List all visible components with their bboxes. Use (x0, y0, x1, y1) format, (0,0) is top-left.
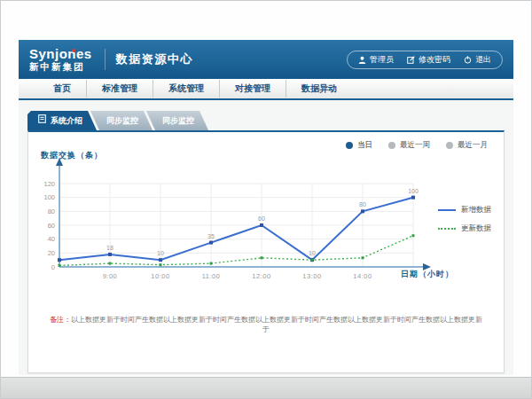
page-bottom-margin (1, 377, 531, 399)
footnote-text: 以上数据更新于时间产生数据以上数据更新于时间产生数据以上数据更新于时间产生数据以… (71, 316, 482, 333)
svg-text:60: 60 (258, 215, 265, 222)
svg-text:120: 120 (43, 180, 55, 188)
svg-text:60: 60 (48, 222, 55, 230)
filter-label: 最近一月 (458, 140, 488, 151)
app-header: Synjones 新中新集团 数据资源中心 管理员 修改密码 (19, 40, 513, 79)
tab-label: 系统介绍 (51, 111, 82, 130)
legend-label: 更新数据 (461, 223, 491, 234)
solid-line-swatch-icon (438, 209, 456, 211)
svg-text:13:00: 13:00 (302, 272, 321, 280)
exchange-line-chart: 0204060801001209:0010:0011:0012:0013:001… (37, 155, 436, 290)
tab-bar: 系统介绍 同步监控 同步监控 (27, 111, 208, 130)
power-icon (464, 56, 472, 64)
logo-accent-dot (72, 49, 75, 52)
user-toolbar: 管理员 修改密码 退出 (347, 51, 503, 69)
filter-option-today[interactable]: 当日 (346, 140, 372, 151)
dotted-line-swatch-icon (438, 228, 456, 230)
radio-icon (346, 142, 353, 149)
page-title: 数据资源中心 (116, 51, 193, 67)
nav-item-interface-mgmt[interactable]: 对接管理 (219, 80, 286, 98)
chart-legend: 新增数据 更新数据 (438, 205, 491, 242)
filter-label: 最近一周 (400, 140, 430, 151)
svg-text:80: 80 (359, 201, 366, 207)
time-range-filter: 当日 最近一周 最近一月 (346, 140, 488, 151)
content-area: 系统介绍 同步监控 同步监控 当日 最近一周 (19, 100, 513, 375)
svg-text:11:00: 11:00 (202, 272, 221, 280)
current-user-button[interactable]: 管理员 (358, 54, 394, 66)
filter-option-last-month[interactable]: 最近一月 (446, 140, 488, 151)
legend-item-updated-data: 更新数据 (438, 223, 491, 234)
chart-x-axis-title: 日期（小时） (401, 269, 454, 280)
legend-label: 新增数据 (461, 205, 491, 215)
filter-option-last-week[interactable]: 最近一周 (388, 140, 430, 151)
svg-text:35: 35 (207, 233, 215, 239)
tab-sync-monitor-1[interactable]: 同步监控 (90, 111, 153, 130)
svg-text:14:00: 14:00 (353, 272, 372, 280)
tab-sync-monitor-2[interactable]: 同步监控 (146, 111, 208, 130)
svg-text:100: 100 (43, 193, 55, 201)
radio-icon (388, 142, 395, 149)
svg-text:100: 100 (408, 188, 419, 194)
nav-item-standard-mgmt[interactable]: 标准管理 (86, 80, 153, 98)
svg-text:12:00: 12:00 (252, 272, 270, 280)
user-icon (358, 56, 366, 64)
footnote: 备注：以上数据更新于时间产生数据以上数据更新于时间产生数据以上数据更新于时间产生… (28, 315, 504, 334)
logout-button[interactable]: 退出 (464, 54, 491, 66)
nav-item-data-change[interactable]: 数据异动 (286, 80, 352, 98)
svg-text:18: 18 (106, 245, 113, 251)
svg-text:10:00: 10:00 (151, 272, 169, 280)
svg-text:9:00: 9:00 (103, 272, 118, 280)
document-icon (38, 111, 46, 130)
company-logo: Synjones 新中新集团 (29, 47, 92, 72)
edit-icon (407, 56, 415, 64)
tab-label: 同步监控 (162, 111, 194, 130)
svg-text:80: 80 (48, 207, 55, 215)
logout-label: 退出 (475, 54, 491, 66)
footnote-prefix: 备注： (50, 316, 71, 324)
chart-panel: 当日 最近一周 最近一月 数据交换（条） 0204060801001209:00… (27, 130, 505, 373)
tab-label: 同步监控 (106, 111, 138, 130)
header-divider (105, 49, 106, 70)
nav-item-home[interactable]: 首页 (38, 80, 86, 98)
screenshot-frame: Synjones 新中新集团 数据资源中心 管理员 修改密码 (0, 0, 532, 399)
change-password-button[interactable]: 修改密码 (407, 54, 450, 66)
radio-icon (446, 142, 453, 149)
logo-text: Synjones (29, 46, 92, 61)
main-nav: 首页 标准管理 系统管理 对接管理 数据异动 (19, 79, 513, 100)
nav-item-system-mgmt[interactable]: 系统管理 (153, 80, 219, 98)
current-user-label: 管理员 (370, 54, 394, 66)
change-password-label: 修改密码 (419, 54, 450, 66)
svg-text:10: 10 (157, 250, 164, 256)
svg-text:0: 0 (51, 263, 55, 271)
logo-subtext: 新中新集团 (29, 62, 92, 72)
tab-system-intro[interactable]: 系统介绍 (27, 111, 97, 130)
svg-text:10: 10 (309, 250, 316, 256)
filter-label: 当日 (357, 140, 372, 151)
svg-text:40: 40 (48, 235, 55, 243)
legend-item-new-data: 新增数据 (438, 205, 491, 215)
svg-text:20: 20 (48, 249, 55, 257)
site-container: Synjones 新中新集团 数据资源中心 管理员 修改密码 (19, 40, 513, 375)
